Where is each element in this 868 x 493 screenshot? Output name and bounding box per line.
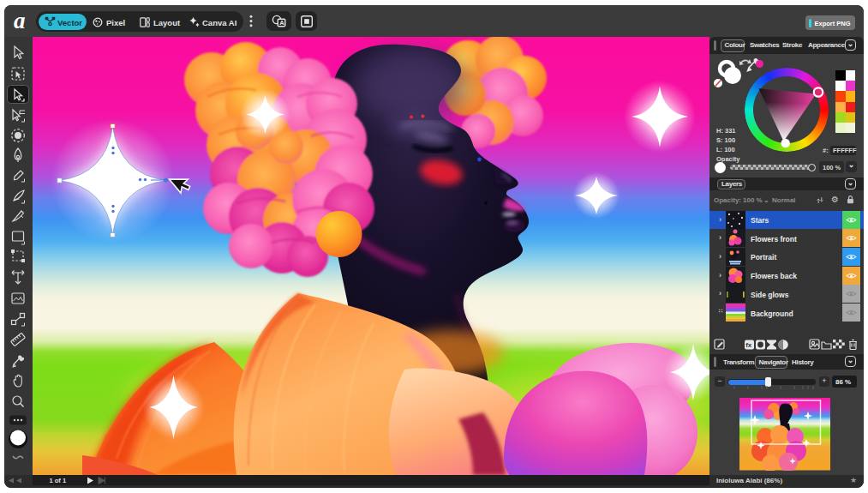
svg-text:fx: fx xyxy=(745,341,752,349)
svg-text:a: a xyxy=(14,10,26,32)
svg-text:A: A xyxy=(279,19,284,27)
